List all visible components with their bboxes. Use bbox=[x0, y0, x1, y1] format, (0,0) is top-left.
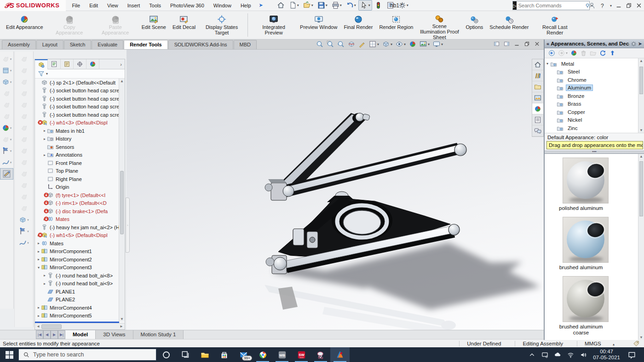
edit-appearance-hud-icon[interactable] bbox=[409, 40, 416, 48]
tray-wifi-icon[interactable] bbox=[567, 351, 574, 358]
tree-filter-row[interactable]: ▾ bbox=[35, 69, 125, 79]
up-folder-button[interactable] bbox=[609, 50, 616, 57]
pin-icon[interactable]: ➤ bbox=[259, 2, 263, 8]
tool-cube-button[interactable]: ▾ bbox=[15, 214, 33, 226]
expand-right-icon[interactable]: ▸ bbox=[42, 129, 47, 133]
expand-down-icon[interactable]: ▾ bbox=[36, 266, 41, 270]
docwin-minimize-button[interactable] bbox=[514, 41, 520, 47]
tab-first-button[interactable]: |◀ bbox=[36, 330, 43, 339]
integrated-preview-button[interactable]: Integrated Preview bbox=[251, 12, 297, 38]
tray-display-icon[interactable] bbox=[541, 351, 548, 358]
tab-layout[interactable]: Layout bbox=[36, 40, 63, 49]
tab-last-button[interactable]: ▶| bbox=[58, 330, 65, 339]
graphics-viewport[interactable] bbox=[126, 50, 544, 330]
menu-tools[interactable]: Tools bbox=[145, 1, 165, 10]
scene-illumination-proof-sheet-button[interactable]: Scene Illumination Proof Sheet bbox=[416, 12, 462, 38]
appearance-ball-button[interactable] bbox=[570, 50, 577, 57]
tool-spline-button[interactable]: ▾ bbox=[15, 237, 33, 249]
collapse-chevrons-icon[interactable]: « bbox=[546, 41, 549, 46]
start-button[interactable] bbox=[0, 347, 18, 362]
home-button[interactable] bbox=[275, 0, 287, 11]
tree-tab-property-manager[interactable] bbox=[48, 59, 61, 69]
expand-right-icon[interactable]: ▸ bbox=[42, 153, 47, 157]
expand-right-icon[interactable]: ▸ bbox=[36, 257, 41, 261]
units-caret-icon[interactable]: ▴ bbox=[613, 342, 615, 346]
help-caret-icon[interactable]: ▾ bbox=[610, 4, 612, 8]
new-file-button[interactable]: ▾ bbox=[287, 0, 301, 11]
menu-photoview-360[interactable]: PhotoView 360 bbox=[166, 1, 208, 10]
tab-evaluate[interactable]: Evaluate bbox=[92, 40, 123, 49]
docwin-close-button[interactable] bbox=[534, 41, 540, 47]
tab-solidworks-add-ins[interactable]: SOLIDWORKS Add-Ins bbox=[168, 40, 233, 49]
action-center-icon[interactable] bbox=[626, 351, 639, 359]
tree-hscroll-thumb[interactable] bbox=[41, 324, 62, 329]
menu-insert[interactable]: Insert bbox=[123, 1, 144, 10]
panel-splitter[interactable]: ••• bbox=[545, 151, 644, 154]
gear-icon[interactable] bbox=[631, 41, 637, 47]
tree-item[interactable]: (-) socket button head cap scre bbox=[35, 87, 125, 95]
category-nickel[interactable]: Nickel bbox=[545, 116, 644, 124]
task-pane-tab-view-palette[interactable] bbox=[532, 92, 543, 103]
expand-right-icon[interactable]: ▸ bbox=[36, 249, 41, 254]
expand-right-icon[interactable]: ▸ bbox=[42, 273, 47, 277]
thumbnail-scroll-thumb[interactable] bbox=[639, 161, 643, 216]
undo-button[interactable]: ▾ bbox=[344, 0, 358, 11]
task-pane-tab-custom-properties[interactable] bbox=[532, 114, 543, 125]
tree-item[interactable]: ▸Mates in hb1 bbox=[35, 127, 125, 135]
proof-sheet-icon[interactable]: ▾ bbox=[369, 40, 379, 48]
taskbar-app-mail[interactable]: 99+ bbox=[234, 347, 253, 362]
tree-panel-splitter[interactable]: ◦ bbox=[126, 198, 130, 253]
tree-item[interactable]: (-) sp 2<1> (Default<<Default bbox=[35, 79, 125, 87]
tree-item[interactable]: ▸Mates bbox=[35, 239, 125, 248]
tool-box-button[interactable]: ▾ bbox=[0, 65, 13, 76]
taskbar-app-wb-app[interactable]: WB bbox=[272, 347, 292, 362]
appearance-preview-sphere[interactable] bbox=[563, 276, 609, 322]
taskbar-search[interactable]: Type here to search bbox=[18, 349, 156, 361]
edit-appearance-button[interactable]: Edit Appearance bbox=[3, 12, 46, 38]
tree-item[interactable]: Top Plane bbox=[35, 167, 125, 175]
tree-item[interactable]: ▸History bbox=[35, 135, 125, 143]
task-pane-tab-appearances[interactable] bbox=[532, 103, 543, 114]
rebuild-button[interactable] bbox=[373, 0, 384, 11]
refresh-button[interactable] bbox=[599, 50, 606, 57]
appearance-thumbnail[interactable]: polished aluminum bbox=[551, 158, 620, 211]
tool-flag-button[interactable]: ▾ bbox=[15, 226, 33, 237]
print-button[interactable]: ▾ bbox=[330, 0, 344, 11]
category-aluminum[interactable]: Aluminum bbox=[545, 84, 644, 92]
thumbnail-scrollbar[interactable]: ▲ ▼ bbox=[638, 154, 644, 340]
tab-assembly[interactable]: Assembly bbox=[2, 40, 36, 49]
taskbar-app-solidworks-active[interactable] bbox=[330, 347, 350, 362]
tree-item[interactable]: Front Plane bbox=[35, 159, 125, 167]
pin-icon-panel[interactable]: ➤ bbox=[638, 41, 642, 47]
back-button[interactable] bbox=[548, 50, 555, 57]
schedule-render-button[interactable]: Schedule Render bbox=[486, 12, 532, 38]
tree-tabs-overflow-icon[interactable]: › bbox=[120, 62, 125, 67]
tool-measure-button[interactable] bbox=[0, 168, 13, 180]
suspension-assembly-model[interactable] bbox=[126, 50, 544, 330]
docwin-pane-left-button[interactable] bbox=[494, 41, 500, 47]
tree-item[interactable]: ▾MirrorComponent3 bbox=[35, 264, 125, 272]
tree-item[interactable]: ▾(-) wh1<3> (Default<Displ bbox=[35, 119, 125, 127]
options-button[interactable]: Options bbox=[462, 12, 486, 38]
tree-scroll-thumb[interactable] bbox=[120, 171, 124, 234]
section-view-icon[interactable] bbox=[348, 40, 355, 48]
display-states-target-button[interactable]: Display States Target bbox=[199, 12, 245, 38]
tree-tab-configurations[interactable] bbox=[61, 59, 74, 69]
tree-tab-display-manager[interactable] bbox=[86, 59, 99, 69]
task-pane-tab-forum[interactable] bbox=[532, 125, 543, 136]
tab-render-tools[interactable]: Render Tools bbox=[124, 40, 167, 49]
open-file-button[interactable]: ▾ bbox=[301, 0, 315, 11]
tool-cube-button[interactable]: ▾ bbox=[0, 76, 13, 88]
category-bronze[interactable]: Bronze bbox=[545, 92, 644, 100]
expand-right-icon[interactable]: ▸ bbox=[36, 314, 41, 318]
tree-item[interactable]: (-) disc brake<1> (Defa bbox=[35, 207, 125, 215]
expand-right-icon[interactable]: ▸ bbox=[42, 137, 47, 141]
recall-last-render-button[interactable]: Recall Last Render bbox=[532, 12, 578, 38]
filter-caret-icon[interactable]: ▾ bbox=[46, 72, 48, 76]
tree-horizontal-scrollbar[interactable]: ◄ ► bbox=[35, 323, 125, 329]
edit-decal-button[interactable]: Edit Decal bbox=[169, 12, 199, 38]
expand-right-icon[interactable]: ▸ bbox=[36, 305, 41, 310]
expand-right-icon[interactable]: ▸ bbox=[42, 282, 47, 286]
appearance-thumbnail[interactable]: brushed aluminum coarse bbox=[551, 276, 620, 336]
help-icon[interactable]: ? bbox=[599, 2, 606, 9]
